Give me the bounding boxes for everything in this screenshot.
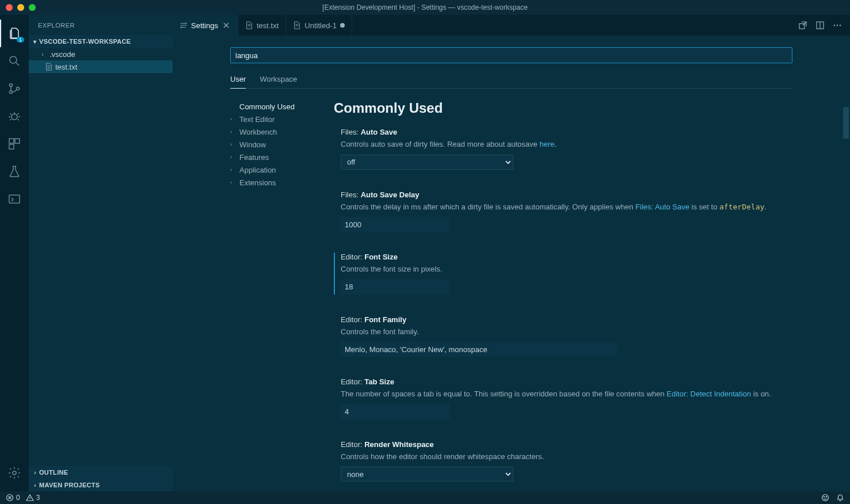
chevron-right-icon: › [230, 154, 237, 160]
setting-description: Controls the font family. [341, 326, 771, 338]
activity-output[interactable] [0, 185, 29, 213]
chevron-down-icon: ▾ [31, 39, 39, 45]
activity-extensions[interactable] [0, 130, 29, 158]
tree-folder-vscode[interactable]: › .vscode [29, 48, 173, 60]
autosave-select[interactable]: off [341, 155, 513, 170]
chevron-right-icon: › [31, 469, 39, 476]
beaker-icon [7, 165, 21, 178]
tab-label: test.txt [257, 21, 279, 30]
setting-description: Controls the font size in pixels. [341, 264, 771, 275]
tab-test-txt[interactable]: test.txt [238, 15, 286, 36]
settings-editor: User Workspace Commonly Used ›Text Edito… [173, 36, 850, 491]
output-icon [7, 192, 21, 206]
autosave-delay-input[interactable] [341, 217, 450, 232]
workspace-label: VSCODE-TEST-WORKSPACE [39, 38, 131, 45]
font-size-input[interactable] [341, 280, 450, 295]
tree-file-test[interactable]: test.txt [29, 60, 173, 73]
scrollbar-thumb[interactable] [843, 107, 849, 139]
setting-autosave: Files: Auto Save Controls auto save of d… [334, 128, 771, 170]
activity-bar: 1 [0, 15, 29, 491]
section-heading: Commonly Used [334, 100, 771, 116]
chevron-right-icon: › [230, 116, 237, 122]
activity-debug[interactable] [0, 102, 29, 130]
settings-search-input[interactable] [230, 47, 792, 63]
tree-item-label: .vscode [49, 50, 75, 59]
activity-explorer[interactable]: 1 [0, 20, 29, 47]
render-whitespace-select[interactable]: none [341, 467, 513, 482]
scope-tab-workspace[interactable]: Workspace [260, 75, 297, 88]
toc-window[interactable]: ›Window [230, 138, 322, 151]
activity-search[interactable] [0, 47, 29, 75]
titlebar: [Extension Development Host] - Settings … [0, 0, 850, 15]
scope-tab-user[interactable]: User [230, 75, 246, 89]
notifications-button[interactable] [836, 494, 844, 502]
svg-point-1 [10, 84, 13, 87]
activity-scm[interactable] [0, 75, 29, 102]
statusbar: 0 3 [0, 491, 850, 504]
window-title: [Extension Development Host] - Settings … [322, 3, 528, 12]
warning-icon [26, 494, 34, 502]
tree-item-label: test.txt [55, 63, 77, 71]
activity-settings[interactable] [0, 459, 29, 487]
setting-font-family: Editor: Font Family Controls the font fa… [334, 315, 771, 357]
window-close-button[interactable] [6, 4, 13, 11]
setting-render-whitespace: Editor: Render Whitespace Controls how t… [334, 440, 771, 482]
toc-features[interactable]: ›Features [230, 151, 322, 163]
toc-text-editor[interactable]: ›Text Editor [230, 113, 322, 125]
maven-label: MAVEN PROJECTS [39, 482, 100, 488]
sidebar-maven-header[interactable]: › MAVEN PROJECTS [29, 479, 173, 491]
toc-application[interactable]: ›Application [230, 163, 322, 176]
sidebar-outline-header[interactable]: › OUTLINE [29, 466, 173, 479]
chevron-right-icon: › [230, 180, 237, 185]
detect-indentation-link[interactable]: Editor: Detect Indentation [666, 390, 751, 398]
autosave-help-link[interactable]: here [539, 140, 554, 148]
activity-test[interactable] [0, 158, 29, 185]
feedback-button[interactable] [821, 494, 829, 502]
chevron-right-icon: › [31, 482, 39, 488]
toc-workbench[interactable]: ›Workbench [230, 125, 322, 138]
sidebar-title: EXPLORER [29, 15, 173, 35]
settings-toc: Commonly Used ›Text Editor ›Workbench ›W… [230, 100, 322, 491]
window-minimize-button[interactable] [17, 4, 24, 11]
editor-more-button[interactable] [832, 20, 843, 31]
file-icon [45, 63, 53, 71]
split-editor-button[interactable] [814, 20, 826, 31]
tab-close-button[interactable] [222, 21, 231, 30]
svg-point-14 [834, 25, 835, 26]
sidebar: EXPLORER ▾ VSCODE-TEST-WORKSPACE › .vsco… [29, 15, 173, 491]
svg-point-19 [824, 497, 824, 497]
error-count: 0 [16, 494, 20, 502]
autosave-setting-link[interactable]: Files: Auto Save [635, 203, 689, 211]
svg-point-4 [12, 114, 17, 120]
svg-point-0 [10, 56, 17, 63]
window-maximize-button[interactable] [29, 4, 36, 11]
tab-untitled[interactable]: Untitled-1 [286, 15, 352, 36]
svg-point-18 [822, 495, 829, 501]
svg-rect-7 [9, 144, 14, 149]
tab-label: Untitled-1 [304, 21, 337, 30]
svg-point-2 [10, 91, 13, 94]
svg-point-15 [837, 25, 838, 26]
tab-settings[interactable]: Settings [173, 15, 238, 36]
setting-description: Controls the delay in ms after which a d… [341, 201, 771, 213]
file-icon [293, 21, 301, 29]
dirty-indicator-icon [340, 23, 345, 28]
open-external-icon [798, 21, 807, 30]
settings-tab-icon [180, 21, 188, 29]
toc-extensions[interactable]: ›Extensions [230, 176, 322, 189]
warning-count: 3 [36, 494, 40, 502]
open-changes-button[interactable] [797, 20, 809, 31]
close-icon [223, 22, 230, 29]
more-icon [833, 21, 842, 30]
svg-rect-8 [9, 195, 20, 203]
tab-label: Settings [191, 21, 218, 30]
problems-status[interactable]: 0 3 [6, 494, 40, 502]
font-family-input[interactable] [341, 342, 617, 357]
tab-size-input[interactable] [341, 404, 450, 419]
chevron-right-icon: › [38, 51, 47, 58]
toc-commonly-used[interactable]: Commonly Used [230, 100, 322, 113]
sidebar-workspace-header[interactable]: ▾ VSCODE-TEST-WORKSPACE [29, 35, 173, 48]
source-control-icon [7, 82, 21, 96]
setting-tab-size: Editor: Tab Size The number of spaces a … [334, 377, 771, 419]
tabs-bar: Settings test.txt Untitled-1 [173, 15, 850, 36]
